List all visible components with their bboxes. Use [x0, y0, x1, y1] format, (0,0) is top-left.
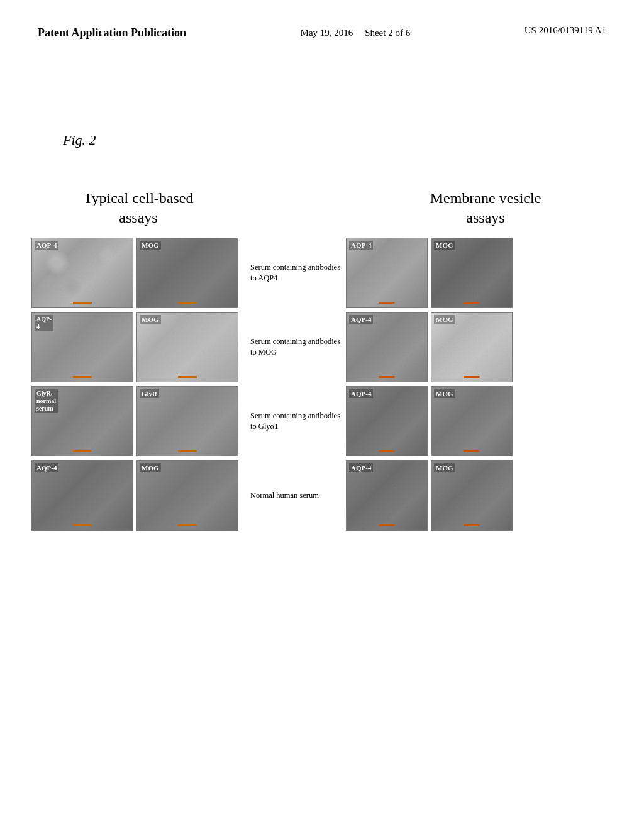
row4-description: Normal human serum [245, 490, 346, 502]
cell-image-row4-mog: MOG [136, 460, 238, 531]
img-label-r4-r2: MOG [434, 463, 455, 472]
scale-bar-r1-r1 [379, 302, 395, 304]
vesicle-image-row2-aqp4: AQP-4 [346, 312, 428, 382]
main-figure: Typical cell-based assays Membrane vesic… [31, 189, 625, 534]
left-images-row1: AQP-4 MOG [31, 238, 245, 308]
scale-bar-r4-r2 [464, 524, 480, 526]
title-spacer [245, 189, 346, 228]
img-label-r4-l2: MOG [140, 463, 161, 472]
cell-image-row1-aqp4: AQP-4 [31, 238, 133, 308]
page-header: Patent Application Publication May 19, 2… [0, 0, 644, 41]
scale-bar-r2-r2 [464, 376, 480, 378]
scale-bar-r3-r2 [464, 450, 480, 452]
scale-bar-r4-l1 [73, 524, 92, 526]
right-images-row3: AQP-4 MOG [346, 386, 625, 456]
img-label-r1-r1: AQP-4 [349, 241, 373, 250]
vesicle-image-row4-aqp4: AQP-4 [346, 460, 428, 531]
assay-row-2: AQP-4 MOG Serum containing antibodies to… [31, 312, 625, 382]
scale-bar-r3-l2 [178, 450, 197, 452]
vesicle-image-row3-mog: MOG [431, 386, 513, 456]
vesicle-image-row1-aqp4: AQP-4 [346, 238, 428, 308]
scale-bar-r2-r1 [379, 376, 395, 378]
left-section-title: Typical cell-based assays [31, 189, 245, 228]
cell-image-row3-glyr2: GlyR [136, 386, 238, 456]
vesicle-image-row4-mog: MOG [431, 460, 513, 531]
right-images-row2: AQP-4 MOG [346, 312, 625, 382]
scale-bar-r1-r2 [464, 302, 480, 304]
img-label-r1-r2: MOG [434, 241, 455, 250]
scale-bar-r4-r1 [379, 524, 395, 526]
cell-image-row3-glyr: GlyR,normalserum [31, 386, 133, 456]
figure-label: Fig. 2 [63, 132, 96, 148]
header-right: US 2016/0139119 A1 [525, 25, 606, 36]
assay-row-3: GlyR,normalserum GlyR Serum containing a… [31, 386, 625, 456]
scale-bar-r3-r1 [379, 450, 395, 452]
img-label-r2-r1: AQP-4 [349, 315, 373, 324]
right-images-row1: AQP-4 MOG [346, 238, 625, 308]
cell-image-row1-mog: MOG [136, 238, 238, 308]
patent-publication-label: Patent Application Publication [38, 26, 186, 39]
cell-image-row2-mog: MOG [136, 312, 238, 382]
img-label-r2-l1: AQP-4 [35, 315, 53, 331]
header-middle: May 19, 2016 Sheet 2 of 6 [301, 25, 411, 40]
img-label-r1-l2: MOG [140, 241, 161, 250]
header-sheet: Sheet 2 of 6 [365, 28, 410, 38]
scale-bar-r1-l2 [178, 302, 197, 304]
header-date: May 19, 2016 [301, 28, 353, 38]
right-images-row4: AQP-4 MOG [346, 460, 625, 531]
img-label-r2-r2: MOG [434, 315, 455, 324]
img-label-r4-l1: AQP-4 [35, 463, 58, 472]
row3-description: Serum containing antibodies to Glyα1 [245, 411, 346, 433]
section-titles: Typical cell-based assays Membrane vesic… [31, 189, 625, 228]
img-label-r4-r1: AQP-4 [349, 463, 373, 472]
scale-bar-r2-l1 [73, 376, 92, 378]
left-images-row4: AQP-4 MOG [31, 460, 245, 531]
left-images-row2: AQP-4 MOG [31, 312, 245, 382]
left-images-row3: GlyR,normalserum GlyR [31, 386, 245, 456]
patent-number: US 2016/0139119 A1 [525, 25, 606, 35]
vesicle-image-row2-mog: MOG [431, 312, 513, 382]
scale-bar-r2-l2 [178, 376, 197, 378]
assay-row-4: AQP-4 MOG Normal human serum AQP-4 MOG [31, 460, 625, 531]
scale-bar-r1-l1 [73, 302, 92, 304]
assay-row-1: AQP-4 MOG Serum containing antibodies to… [31, 238, 625, 308]
header-left: Patent Application Publication [38, 25, 186, 41]
img-label-r3-l1: GlyR,normalserum [35, 389, 58, 413]
cell-image-row4-aqp4: AQP-4 [31, 460, 133, 531]
row2-description: Serum containing antibodies to MOG [245, 336, 346, 358]
img-label-r3-l2: GlyR [140, 389, 159, 398]
vesicle-image-row3-aqp4: AQP-4 [346, 386, 428, 456]
right-section-title: Membrane vesicle assays [346, 189, 625, 228]
img-label-r3-r1: AQP-4 [349, 389, 373, 398]
cell-image-row2-aqp4: AQP-4 [31, 312, 133, 382]
scale-bar-r3-l1 [73, 450, 92, 452]
img-label-r3-r2: MOG [434, 389, 455, 398]
row1-description: Serum containing antibodies to AQP4 [245, 262, 346, 284]
img-label-r1-l1: AQP-4 [35, 241, 58, 250]
vesicle-image-row1-mog: MOG [431, 238, 513, 308]
scale-bar-r4-l2 [178, 524, 197, 526]
img-label-r2-l2: MOG [140, 315, 161, 324]
